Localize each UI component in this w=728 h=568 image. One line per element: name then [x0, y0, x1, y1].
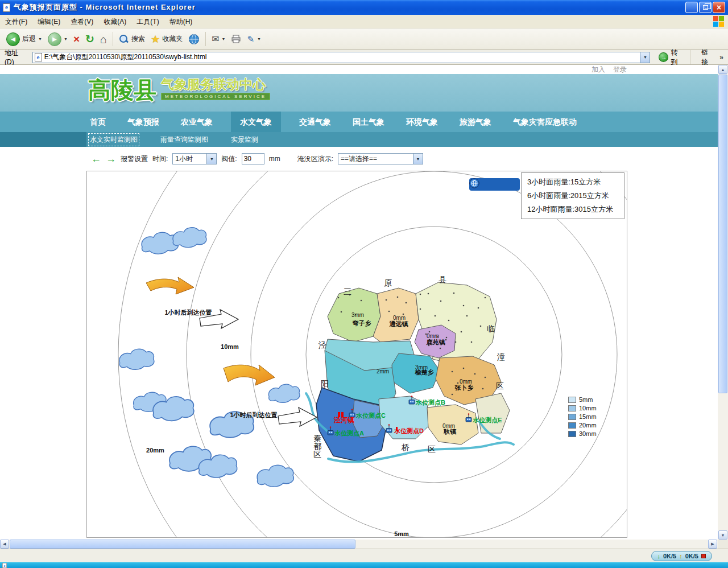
nav-item-environment[interactable]: 环境气象 [403, 112, 441, 132]
upload-arrow-icon: ↑ [679, 553, 682, 559]
go-icon: → [659, 52, 668, 62]
back-dropdown-icon[interactable]: ▼ [38, 37, 42, 41]
legend-swatch [568, 405, 576, 411]
nav-item-weather-forecast[interactable]: 气象预报 [124, 112, 163, 132]
map-canvas[interactable] [87, 171, 627, 538]
nav-item-hydrology[interactable]: 水文气象 [231, 112, 281, 132]
search-icon [119, 34, 129, 44]
restore-button[interactable] [699, 2, 712, 13]
media-button[interactable] [185, 32, 202, 46]
search-button[interactable]: 搜索 [116, 33, 148, 46]
refresh-button[interactable]: ↻ [82, 32, 97, 46]
printer-icon [231, 34, 241, 44]
login-link[interactable]: 登录 [613, 65, 627, 75]
address-value: E:\气象台\原型20110530\原型20110530\swyb-list.h… [44, 52, 638, 62]
stop-icon: × [73, 34, 80, 44]
horizontal-scroll-thumb[interactable] [10, 540, 355, 549]
download-rate: 0K/5 [663, 553, 676, 559]
scroll-up-button[interactable]: ▲ [718, 65, 727, 74]
legend-label: 20mm [579, 422, 597, 429]
time-select-dropdown-icon[interactable]: ▼ [206, 154, 216, 164]
scroll-right-button[interactable]: ▶ [708, 540, 717, 549]
forward-dropdown-icon[interactable]: ▼ [64, 37, 68, 41]
address-dropdown-icon[interactable]: ▼ [640, 52, 650, 63]
mail-button[interactable]: ✉▼ [209, 34, 228, 45]
district-southeast[interactable] [475, 393, 510, 433]
time-select[interactable]: 1小时 ▼ [172, 153, 217, 164]
logo-service-text: 气象服务联动中心 [161, 77, 270, 92]
toolbar-overflow-icon[interactable]: ▼ [257, 37, 261, 41]
links-chevron-icon[interactable]: » [719, 53, 723, 61]
site-header: 高陵县 气象服务联动中心 METEOROLOGICAL SERVICE [0, 74, 718, 112]
taskbar-page-icon: e [2, 563, 7, 568]
info-line-12h: 12小时面雨量:3015立方米 [527, 203, 618, 216]
legend-item: 30mm [568, 430, 597, 438]
vertical-scrollbar[interactable]: ▲ ▼ [718, 65, 728, 540]
next-arrow-button[interactable]: → [106, 154, 116, 164]
prev-arrow-button[interactable]: ← [91, 154, 101, 164]
legend-item: 15mm [568, 413, 597, 421]
subnav-rain-query[interactable]: 雨量查询监测图 [160, 135, 208, 145]
menu-edit[interactable]: 编辑(E) [32, 15, 65, 28]
links-label[interactable]: 链接 [701, 48, 715, 67]
hydrology-map[interactable]: 3小时面雨量:15立方米 6小时面雨量:2015立方米 12小时面雨量:3015… [86, 171, 627, 538]
taskbar-sliver: e [0, 562, 728, 568]
menu-bar: 文件(F) 编辑(E) 查看(V) 收藏(A) 工具(T) 帮助(H) [0, 15, 728, 28]
minimize-button[interactable]: _ [685, 2, 698, 13]
nav-item-agriculture[interactable]: 农业气象 [177, 112, 216, 132]
sub-nav: 水文实时监测图 雨量查询监测图 实景监测 [0, 132, 718, 147]
nav-item-tourism[interactable]: 旅游气象 [456, 112, 495, 132]
district-gengzhen[interactable] [427, 405, 478, 444]
join-link[interactable]: 加入 [592, 65, 605, 75]
scroll-left-button[interactable]: ◀ [0, 540, 9, 549]
district-wangzixiang[interactable] [328, 288, 380, 342]
zoom-out-button[interactable] [483, 179, 494, 190]
district-luyuanzhen[interactable] [415, 325, 456, 358]
edit-button[interactable]: ✎ [244, 34, 257, 44]
stop-button[interactable]: × [71, 32, 82, 46]
alarm-settings-label: 报警设置 [121, 154, 148, 164]
home-button[interactable]: ⌂ [97, 32, 110, 46]
print-button[interactable] [228, 33, 244, 46]
forward-icon: ▶ [48, 32, 61, 46]
map-controls: ← → 报警设置 时间: 1小时 ▼ 阀值: mm 淹没区演示: ==请选择==… [0, 147, 718, 171]
threshold-input[interactable] [242, 153, 264, 164]
scroll-down-button[interactable]: ▼ [718, 530, 727, 540]
page-content: 加入 登录 高陵县 气象服务联动中心 METEOROLOGICAL SERVIC… [0, 65, 718, 540]
back-button[interactable]: ◀ 后退▼ [3, 31, 45, 47]
subnav-realtime-monitor[interactable]: 水文实时监测图 [90, 135, 138, 145]
status-bar: ↓ 0K/5 ↑ 0K/5 [0, 549, 728, 562]
menu-tools[interactable]: 工具(T) [131, 15, 164, 28]
full-extent-globe-button[interactable] [507, 179, 518, 190]
horizontal-scrollbar[interactable]: ◀ ▶ [0, 540, 718, 549]
logo-county-text: 高陵县 [88, 79, 156, 101]
subnav-live-view[interactable]: 实景监测 [231, 135, 258, 145]
vertical-scroll-thumb[interactable] [718, 75, 727, 393]
nav-item-land[interactable]: 国土气象 [349, 112, 388, 132]
menu-help[interactable]: 帮助(H) [164, 15, 198, 28]
address-separator [690, 50, 690, 64]
site-logo: 高陵县 气象服务联动中心 METEOROLOGICAL SERVICE [88, 77, 270, 101]
threshold-unit: mm [269, 155, 280, 163]
nav-item-home[interactable]: 首页 [86, 112, 109, 132]
nav-item-disaster-emergency[interactable]: 气象灾害应急联动 [510, 112, 580, 132]
white-arrow [200, 310, 238, 328]
menu-favorites[interactable]: 收藏(A) [98, 15, 131, 28]
menu-view[interactable]: 查看(V) [65, 15, 98, 28]
favorites-button[interactable]: ★收藏夹 [148, 33, 185, 46]
pan-hand-button[interactable] [495, 179, 506, 190]
district-yuchuxiang[interactable] [392, 353, 440, 393]
nav-item-traffic[interactable]: 交通气象 [296, 112, 334, 132]
windows-logo-icon [713, 16, 725, 27]
mail-dropdown-icon[interactable]: ▼ [222, 37, 226, 41]
flood-select-dropdown-icon[interactable]: ▼ [413, 154, 423, 164]
close-button[interactable]: × [713, 2, 725, 13]
flood-demo-select[interactable]: ==请选择== ▼ [338, 153, 423, 164]
forward-button[interactable]: ▶ ▼ [45, 31, 71, 47]
rain-info-box: 3小时面雨量:15立方米 6小时面雨量:2015立方米 12小时面雨量:3015… [521, 172, 624, 219]
menu-file[interactable]: 文件(F) [0, 15, 32, 28]
address-page-icon: e [35, 53, 42, 61]
legend-swatch [568, 422, 576, 429]
legend-swatch [568, 431, 576, 437]
address-input[interactable]: e E:\气象台\原型20110530\原型20110530\swyb-list… [32, 52, 651, 63]
